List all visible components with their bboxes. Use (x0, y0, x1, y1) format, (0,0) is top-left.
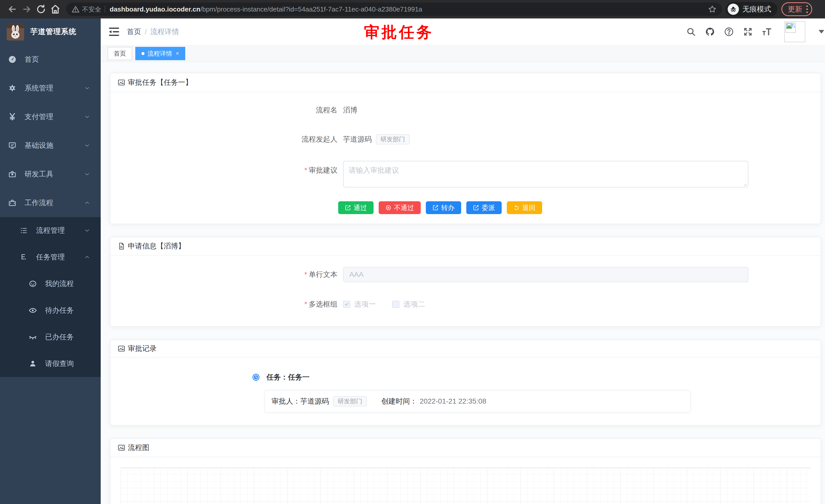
hamburger-icon[interactable] (109, 27, 119, 36)
sidebar-item-process-mgmt[interactable]: 流程管理 (0, 217, 101, 244)
sidebar-item-todo-tasks[interactable]: 待办任务 (0, 297, 101, 324)
chevron-down-icon (85, 115, 89, 119)
suggest-row: *审批建议 (121, 161, 810, 188)
content-area: 审批任务【任务一】 流程名 滔博 流程发起人 芋道源码 研发部门 (101, 62, 825, 504)
app-logo (7, 23, 24, 40)
incognito-label: 无痕模式 (743, 4, 771, 14)
card-title: 申请信息【滔博】 (128, 241, 185, 251)
tab-process-detail[interactable]: 流程详情 × (135, 47, 185, 60)
card-title: 流程图 (128, 443, 149, 452)
bpmn-canvas-grid[interactable] (121, 468, 810, 504)
chevron-down-icon[interactable] (819, 30, 824, 33)
action-buttons: 通过 不通过 转办 委派 (338, 201, 810, 224)
single-text-row: *单行文本 AAA (121, 267, 810, 282)
required-asterisk: * (304, 300, 307, 308)
approval-task-card-header: 审批任务【任务一】 (110, 73, 821, 92)
sidebar-item-devtools[interactable]: 研发工具 (0, 160, 101, 188)
divider (105, 6, 105, 13)
back-icon[interactable] (5, 2, 19, 16)
avatar[interactable] (784, 21, 805, 42)
approval-record-card: 审批记录 任务：任务一 审批人： 芋道源码 研发部门 创建时间： 2022-01… (110, 340, 821, 426)
workflow-submenu: 流程管理 任务管理 我的流程 (0, 217, 101, 377)
sidebar-item-infra[interactable]: 基础设施 (0, 131, 101, 160)
warning-icon (72, 5, 79, 13)
chevron-down-icon (85, 172, 89, 176)
dept-tag: 研发部门 (333, 396, 367, 406)
card-title: 审批记录 (128, 344, 157, 353)
url-bar[interactable]: 不安全 dashboard.yudao.iocoder.cn/bpm/proce… (66, 3, 722, 16)
sidebar-item-leave-query[interactable]: 请假查询 (0, 350, 101, 377)
undo-icon (513, 204, 520, 211)
approve-button[interactable]: 通过 (338, 201, 374, 214)
broken-image-icon (785, 22, 797, 33)
chevron-up-icon (85, 255, 89, 259)
sidebar-item-my-process[interactable]: 我的流程 (0, 270, 101, 297)
breadcrumb-home[interactable]: 首页 (127, 27, 141, 36)
transfer-button[interactable]: 转办 (426, 201, 461, 214)
update-menu-button[interactable]: 更新 (781, 2, 812, 16)
card-title: 审批任务【任务一】 (128, 78, 193, 87)
chevron-down-icon (85, 86, 89, 90)
incognito-icon (728, 4, 739, 15)
fullscreen-icon[interactable] (743, 27, 753, 37)
github-icon[interactable] (705, 27, 715, 37)
suggest-textarea[interactable] (343, 161, 748, 187)
app-title: 芋道管理系统 (30, 27, 76, 37)
annotation-title: 审批任务 (364, 22, 434, 43)
required-asterisk: * (304, 270, 307, 278)
reload-icon[interactable] (34, 2, 48, 16)
return-button[interactable]: 退回 (507, 201, 542, 214)
home-icon[interactable] (48, 2, 63, 16)
sidebar-item-home[interactable]: 首页 (0, 45, 101, 74)
apply-info-card-header: 申请信息【滔博】 (110, 237, 821, 256)
chevron-up-icon (85, 201, 89, 205)
sidebar-item-payment[interactable]: 支付管理 (0, 102, 101, 131)
sidebar: 芋道管理系统 首页 系统管理 支付管理 (0, 18, 101, 504)
chevron-down-icon (85, 144, 89, 148)
resize-handle[interactable] (743, 182, 747, 186)
bookmark-star-icon[interactable] (708, 5, 717, 14)
person-icon (28, 359, 38, 368)
document-icon (118, 242, 125, 250)
eye-closed-icon (28, 333, 38, 341)
gear-icon (8, 84, 17, 92)
sidebar-menu: 首页 系统管理 支付管理 基础设施 (0, 45, 101, 377)
process-name-value: 滔博 (343, 105, 357, 115)
face-icon (28, 280, 38, 288)
picture-icon (118, 345, 125, 352)
app-logo-row: 芋道管理系统 (0, 18, 101, 45)
sidebar-item-done-tasks[interactable]: 已办任务 (0, 324, 101, 350)
tree-icon (19, 253, 28, 261)
active-dot (141, 52, 145, 55)
record-box: 审批人： 芋道源码 研发部门 创建时间： 2022-01-21 22:35:08 (265, 390, 691, 413)
picture-icon (118, 79, 125, 86)
reject-button[interactable]: 不通过 (379, 201, 421, 214)
edit-icon (473, 204, 479, 211)
font-size-icon[interactable] (762, 27, 772, 37)
breadcrumb-current: 流程详情 (150, 27, 179, 36)
sidebar-item-workflow[interactable]: 工作流程 (0, 188, 101, 217)
browser-toolbar: 不安全 dashboard.yudao.iocoder.cn/bpm/proce… (0, 0, 825, 18)
sidebar-item-system[interactable]: 系统管理 (0, 74, 101, 102)
forward-icon[interactable] (19, 2, 34, 16)
yen-icon (8, 112, 17, 121)
checkbox-checked-icon (343, 301, 350, 308)
update-label: 更新 (788, 4, 802, 14)
list-icon (19, 227, 28, 234)
edit-icon (433, 204, 439, 211)
dashboard-icon (8, 55, 17, 64)
process-diagram-card-header: 流程图 (110, 439, 821, 457)
task-line: 任务：任务一 (267, 372, 309, 382)
picture-icon (118, 444, 125, 451)
delegate-button[interactable]: 委派 (466, 201, 502, 214)
required-asterisk: * (304, 166, 307, 174)
search-icon[interactable] (686, 27, 696, 37)
help-icon[interactable] (724, 27, 734, 37)
close-icon[interactable]: × (176, 50, 179, 57)
circle-x-icon (385, 204, 391, 211)
process-diagram-card: 流程图 (110, 438, 821, 504)
tab-home[interactable]: 首页 (107, 47, 132, 60)
process-starter-row: 流程发起人 芋道源码 研发部门 (121, 132, 810, 147)
sidebar-item-task-mgmt[interactable]: 任务管理 (0, 244, 101, 270)
tabs-bar: 首页 流程详情 × (101, 45, 825, 62)
